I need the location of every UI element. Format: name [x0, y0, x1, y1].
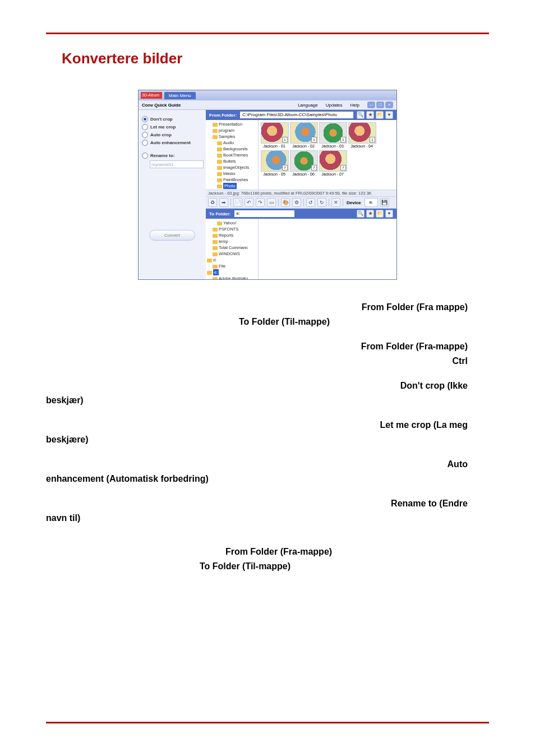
thumbnail-label: Jackson - 03 — [321, 144, 344, 148]
heart-icon[interactable]: ♥ — [385, 210, 393, 218]
folder-icon-btn[interactable]: 📁 — [376, 111, 384, 119]
thumbnail[interactable]: 7Jackson - 05 — [261, 150, 288, 176]
tree-item: Audio — [223, 140, 234, 145]
tree-item: Samples — [219, 134, 235, 139]
tree-item: Total Commanc — [219, 245, 248, 250]
bold-text: To Folder (Til-mappe) — [239, 317, 330, 326]
to-folder-tree[interactable]: Yahoo! PSFONTS Reports temp Total Comman… — [206, 219, 259, 279]
menu-language[interactable]: Language — [298, 103, 318, 108]
radio-label: Let me crop — [150, 125, 176, 130]
folder-icon-btn[interactable]: 📁 — [376, 210, 384, 218]
app-window: 3D-Album Main Menu Conv Quick Guide Lang… — [138, 90, 397, 280]
thumbnail-label: Jackson - 07 — [321, 172, 344, 176]
thumbnail[interactable]: 1Jackson - 01 — [261, 122, 288, 148]
quick-guide-label[interactable]: Conv Quick Guide — [142, 103, 181, 108]
image-toolbar: ♻ ➡ 📄 ↶ ↷ ▭ 🎨 ⚙ ↺ ↻ ✕ — [206, 196, 396, 209]
menu-updates[interactable]: Updates — [326, 103, 343, 108]
bold-text: Rename to (Endre — [391, 499, 468, 508]
radio-label: Don't crop — [150, 117, 173, 122]
to-folder-path[interactable]: e: — [234, 210, 294, 217]
radio-auto-enhancement[interactable]: Auto enhancement — [142, 140, 202, 146]
bold-text: beskjære) — [46, 435, 89, 444]
folder-icon — [213, 234, 218, 238]
folder-open-icon — [213, 135, 218, 139]
convert-button[interactable]: Convert — [149, 230, 195, 241]
radio-icon — [142, 132, 148, 138]
thumbnail-label: Jackson - 05 — [263, 172, 285, 176]
tree-item: PSFONTS — [219, 227, 238, 232]
tree-item: WINDOWS — [219, 251, 240, 256]
radio-label: Rename to: — [150, 153, 175, 158]
status-bar: Jackson - 03.jpg: 768x1160 pixels, modif… — [206, 190, 396, 196]
radio-rename-to[interactable]: Rename to: — [142, 153, 202, 159]
close-button[interactable]: × — [385, 102, 393, 108]
bold-text: enhancement (Automatisk forbedring) — [46, 474, 209, 483]
folder-icon — [217, 178, 222, 182]
export-icon[interactable]: ➡ — [219, 198, 228, 207]
from-folder-tree[interactable]: Presentation program Samples Audio Backg… — [206, 120, 259, 190]
bold-text: Let me crop (La meg — [380, 420, 468, 430]
folder-icon — [217, 185, 222, 188]
search-icon[interactable]: 🔍 — [357, 210, 365, 218]
delete-icon[interactable]: ✕ — [331, 198, 340, 207]
page-title: Konvertere bilder — [62, 50, 489, 67]
thumbnail-area[interactable]: 1Jackson - 01 1Jackson - 02 1Jackson - 0… — [259, 120, 396, 190]
to-folder-label: To Folder: — [209, 211, 231, 216]
radio-let-me-crop[interactable]: Let me crop — [142, 124, 202, 130]
thumbnail[interactable]: 1Jackson - 03 — [319, 122, 346, 148]
radio-label: Auto enhancement — [150, 140, 191, 145]
rotate-left-icon[interactable]: ↶ — [245, 198, 253, 207]
tree-item-selected: e: — [213, 269, 219, 275]
crop-icon[interactable]: ▭ — [267, 198, 276, 207]
radio-dont-crop[interactable]: Don't crop — [142, 116, 202, 122]
bookmark-icon[interactable]: ★ — [366, 210, 374, 218]
folder-icon — [217, 154, 222, 158]
undo-icon[interactable]: ↺ — [306, 198, 315, 207]
main-menu-tab[interactable]: Main Menu — [164, 92, 196, 99]
tree-item: BookThemes — [223, 153, 248, 158]
radio-icon — [142, 124, 148, 130]
menubar: Conv Quick Guide Language Updates Help –… — [139, 100, 396, 110]
maximize-button[interactable]: □ — [376, 102, 384, 108]
bold-text: From Folder (Fra-mappe) — [225, 547, 332, 556]
paint-icon[interactable]: 🎨 — [281, 198, 290, 207]
thumbnail[interactable]: 1Jackson - 04 — [348, 122, 375, 148]
radio-auto-crop[interactable]: Auto crop — [142, 132, 202, 138]
thumbnail[interactable]: 7Jackson - 07 — [319, 150, 346, 176]
radio-icon — [142, 140, 148, 146]
rename-input[interactable] — [150, 160, 204, 168]
to-folder-body: Yahoo! PSFONTS Reports temp Total Comman… — [206, 219, 396, 279]
thumbnail[interactable]: 1Jackson - 02 — [290, 122, 317, 148]
menu-help[interactable]: Help — [350, 103, 359, 108]
from-folder-path[interactable]: C:\Program Files\3D-Album-CC\Samples\Pho… — [240, 112, 353, 118]
refresh-icon[interactable]: ♻ — [208, 198, 217, 207]
bold-text: beskjær) — [46, 395, 84, 405]
minimize-button[interactable]: – — [367, 102, 375, 108]
folder-icon — [213, 265, 218, 269]
device-selector[interactable]: a: — [365, 198, 378, 207]
folder-icon — [217, 166, 222, 170]
screenshot-wrap: 3D-Album Main Menu Conv Quick Guide Lang… — [46, 90, 489, 280]
adjust-icon[interactable]: ⚙ — [292, 198, 301, 207]
rotate-right-icon[interactable]: ↷ — [256, 198, 265, 207]
tree-item: Presentation — [219, 122, 242, 127]
thumbnail[interactable]: 7Jackson - 06 — [290, 150, 317, 176]
crop-options-panel: Don't crop Let me crop Auto crop Auto en… — [139, 110, 206, 279]
thumbnail-label: Jackson - 06 — [292, 172, 315, 176]
search-icon[interactable]: 🔍 — [357, 111, 365, 119]
thumbnail-label: Jackson - 04 — [350, 144, 373, 148]
folder-icon — [213, 123, 218, 127]
device-icon[interactable]: 💾 — [380, 198, 389, 207]
from-folder-header: From Folder: C:\Program Files\3D-Album-C… — [206, 110, 396, 120]
thumbnail-label: Jackson - 01 — [263, 144, 285, 148]
app-logo: 3D-Album — [141, 92, 162, 99]
heart-icon[interactable]: ♥ — [385, 111, 393, 119]
redo-icon[interactable]: ↻ — [317, 198, 326, 207]
tree-item: d: — [213, 257, 216, 262]
drive-icon — [207, 259, 212, 262]
from-folder-body: Presentation program Samples Audio Backg… — [206, 120, 396, 190]
bold-text: From Folder (Fra-mappe) — [361, 342, 468, 351]
copy-icon[interactable]: 📄 — [233, 198, 242, 207]
bookmark-icon[interactable]: ★ — [366, 111, 374, 119]
folder-icon — [217, 172, 222, 176]
